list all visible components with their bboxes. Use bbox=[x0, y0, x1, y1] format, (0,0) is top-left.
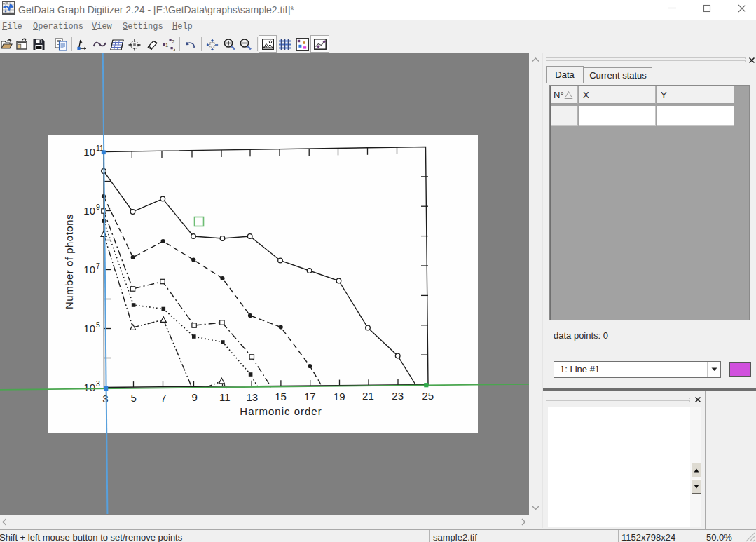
svg-text:10: 10 bbox=[83, 323, 95, 334]
svg-text:7: 7 bbox=[160, 392, 166, 404]
svg-text:10: 10 bbox=[83, 381, 95, 393]
svg-text:Harmonic order: Harmonic order bbox=[240, 405, 322, 417]
svg-text:17: 17 bbox=[304, 391, 316, 402]
svg-text:9: 9 bbox=[96, 203, 100, 211]
svg-text:3: 3 bbox=[173, 46, 175, 52]
svg-text:3: 3 bbox=[96, 379, 100, 388]
svg-text:5: 5 bbox=[96, 320, 100, 329]
svg-text:13: 13 bbox=[246, 391, 258, 403]
svg-text:23: 23 bbox=[392, 390, 404, 402]
svg-text:10: 10 bbox=[83, 264, 95, 276]
svg-text:10: 10 bbox=[83, 146, 95, 158]
svg-text:25: 25 bbox=[422, 390, 434, 402]
svg-text:3: 3 bbox=[102, 393, 108, 405]
svg-text:5: 5 bbox=[130, 392, 136, 404]
svg-text:Number of photons: Number of photons bbox=[63, 214, 75, 309]
svg-text:10: 10 bbox=[83, 205, 95, 217]
svg-text:15: 15 bbox=[275, 391, 287, 402]
svg-text:2: 2 bbox=[172, 39, 174, 45]
svg-text:7: 7 bbox=[96, 262, 100, 270]
svg-text:19: 19 bbox=[334, 391, 345, 402]
svg-text:21: 21 bbox=[362, 390, 374, 402]
svg-text:11: 11 bbox=[219, 391, 231, 403]
svg-text:1: 1 bbox=[165, 42, 168, 48]
svg-text:9: 9 bbox=[191, 391, 197, 403]
